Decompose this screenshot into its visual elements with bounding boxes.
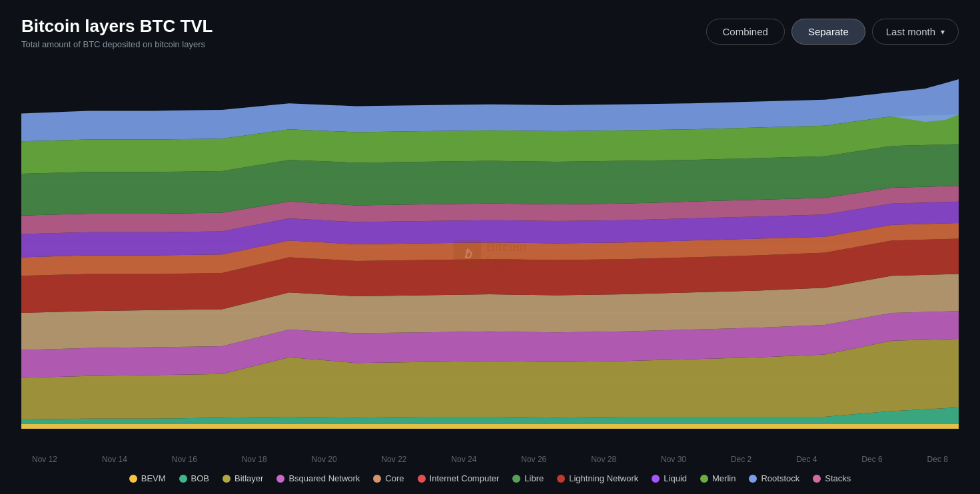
- title-section: Bitcoin layers BTC TVL Total amount of B…: [21, 16, 213, 49]
- legend-item: Libre: [512, 473, 544, 483]
- controls: Combined Separate Last month ▾: [706, 19, 959, 45]
- legend-dot: [700, 475, 708, 483]
- legend-label: Internet Computer: [430, 473, 500, 483]
- legend-item: Rootstock: [749, 473, 799, 483]
- legend-dot: [179, 475, 187, 483]
- legend-item: Liquid: [652, 473, 687, 483]
- legend-label: Lightning Network: [569, 473, 638, 483]
- legend-item: Merlin: [700, 473, 735, 483]
- page-container: Bitcoin layers BTC TVL Total amount of B…: [0, 0, 980, 494]
- x-label-2: Nov 14: [102, 455, 127, 464]
- legend-dot: [652, 475, 660, 483]
- legend-label: Libre: [524, 473, 544, 483]
- x-label-7: Nov 24: [451, 455, 476, 464]
- chevron-down-icon: ▾: [941, 27, 945, 37]
- timeframe-dropdown[interactable]: Last month ▾: [872, 19, 959, 45]
- page-subtitle: Total amount of BTC deposited on bitcoin…: [21, 39, 213, 49]
- header: Bitcoin layers BTC TVL Total amount of B…: [21, 16, 959, 49]
- legend-label: Rootstock: [761, 473, 799, 483]
- legend-dot: [557, 475, 565, 483]
- x-label-6: Nov 22: [381, 455, 406, 464]
- x-label-14: Dec 8: [927, 455, 948, 464]
- legend-dot: [276, 475, 284, 483]
- legend-item: BEVM: [129, 473, 166, 483]
- legend-item: BOB: [179, 473, 209, 483]
- x-label-10: Nov 30: [661, 455, 686, 464]
- legend-label: BEVM: [141, 473, 166, 483]
- legend-item: Bitlayer: [223, 473, 263, 483]
- legend-item: Bsquared Network: [276, 473, 360, 483]
- legend-dot: [129, 475, 137, 483]
- legend-label: Bsquared Network: [288, 473, 360, 483]
- page-title: Bitcoin layers BTC TVL: [21, 16, 213, 37]
- x-label-4: Nov 18: [242, 455, 267, 464]
- legend-dot: [223, 475, 231, 483]
- separate-button[interactable]: Separate: [791, 19, 865, 45]
- legend-item: Lightning Network: [557, 473, 638, 483]
- legend-dot: [749, 475, 757, 483]
- legend-label: Stacks: [825, 473, 851, 483]
- x-label-11: Dec 2: [731, 455, 751, 464]
- x-label-9: Nov 28: [591, 455, 616, 464]
- legend-item: Stacks: [813, 473, 851, 483]
- legend-label: Liquid: [664, 473, 687, 483]
- legend-label: Core: [385, 473, 404, 483]
- x-label-12: Dec 4: [796, 455, 817, 464]
- combined-button[interactable]: Combined: [706, 19, 785, 45]
- legend-item: Internet Computer: [418, 473, 500, 483]
- legend-item: Core: [373, 473, 404, 483]
- x-label-1: Nov 12: [32, 455, 57, 464]
- x-axis-labels: Nov 12 Nov 14 Nov 16 Nov 18 Nov 20 Nov 2…: [21, 452, 959, 468]
- timeframe-label: Last month: [886, 26, 935, 37]
- legend-dot: [813, 475, 821, 483]
- chart-svg: [21, 63, 959, 452]
- legend-dot: [418, 475, 426, 483]
- legend: BEVMBOBBitlayerBsquared NetworkCoreInter…: [21, 473, 959, 483]
- x-label-13: Dec 6: [861, 455, 882, 464]
- legend-label: Bitlayer: [235, 473, 263, 483]
- legend-dot: [373, 475, 381, 483]
- legend-label: Merlin: [712, 473, 735, 483]
- x-label-8: Nov 26: [521, 455, 546, 464]
- legend-label: BOB: [191, 473, 209, 483]
- x-label-3: Nov 16: [172, 455, 197, 464]
- legend-dot: [512, 475, 520, 483]
- chart-area: ƀ BitcoinLayers: [21, 63, 959, 452]
- x-label-5: Nov 20: [312, 455, 337, 464]
